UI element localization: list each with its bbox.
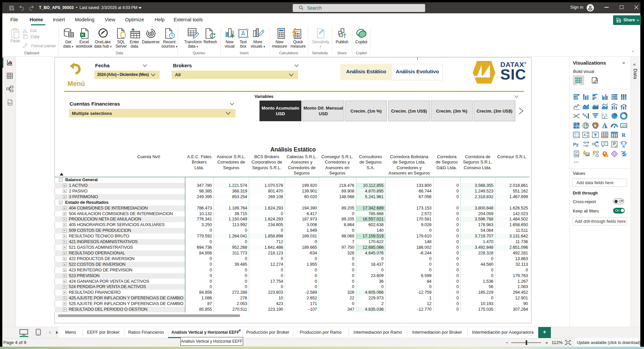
svg-text:123: 123 (621, 124, 626, 128)
svg-text:123: 123 (586, 154, 589, 156)
svg-text:R: R (622, 132, 626, 138)
svg-text:DAX: DAX (8, 102, 12, 105)
svg-text:Py: Py (573, 142, 579, 147)
svg-text:A: A (583, 133, 586, 137)
